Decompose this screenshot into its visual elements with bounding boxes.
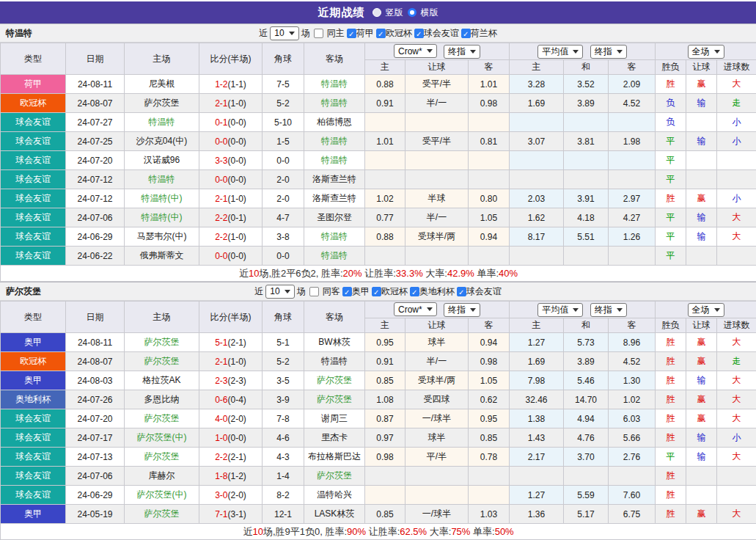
matches-table: 类型 日期 主场 比分(半场) 角球 客场 Crow* 终指 平均值 终指 全场 xyxy=(0,43,756,282)
result-handicap: 输 xyxy=(686,227,717,247)
avg-away-odds xyxy=(609,113,656,132)
result-wdl: 平 xyxy=(656,208,686,227)
horizontal-layout-radio[interactable] xyxy=(408,8,416,17)
league-badge: 球会友谊 xyxy=(1,170,66,189)
handicap-home-odds: 0.97 xyxy=(365,428,405,448)
handicap-away-odds: 0.80 xyxy=(469,189,510,208)
col-corner: 角球 xyxy=(263,43,304,75)
score: 3-0(2-0) xyxy=(199,486,263,505)
chevron-down-icon xyxy=(573,50,579,54)
halftime-score: (1-0) xyxy=(228,194,246,204)
avg-away-odds: 1.02 xyxy=(609,390,656,409)
match-count-select[interactable]: 10 xyxy=(265,285,294,299)
league-checkbox[interactable]: ✓ xyxy=(461,29,471,38)
vertical-layout-radio[interactable] xyxy=(373,8,381,17)
league-filter: ✓球会友谊 xyxy=(414,27,459,40)
odds-stage-select[interactable]: 终指 xyxy=(444,303,480,317)
score: 1-8(1-2) xyxy=(199,467,263,486)
match-row: 球会友谊24-06-22俄弗斯蒂文0-0(0-0)0-0特温特平 xyxy=(1,247,756,266)
result-wdl: 平 xyxy=(656,170,686,189)
score: 2-3(2-3) xyxy=(199,371,263,390)
handicap-line: 半球 xyxy=(405,189,469,208)
match-row: 球会友谊24-07-27特温特0-1(0-0)5-10柏德博恩负小 xyxy=(1,113,756,132)
chevron-down-icon xyxy=(470,50,476,54)
handicap-away-odds: 0.94 xyxy=(469,227,510,247)
summary-stat-value: 20% xyxy=(343,268,362,279)
match-date: 24-07-06 xyxy=(66,208,125,227)
summary-text-part: 大率: xyxy=(427,526,451,537)
away-team: 特温特 xyxy=(304,227,365,247)
halftime-score: (2-0) xyxy=(228,490,246,500)
col-result-goals: 进球数 xyxy=(717,318,756,333)
col-date: 日期 xyxy=(66,302,125,333)
league-checkbox[interactable]: ✓ xyxy=(342,287,352,296)
col-score: 比分(半场) xyxy=(199,302,263,333)
summary-text: 近10场,胜2平6负2, 胜率:20% 让胜率:33.3% 大率:42.9% 单… xyxy=(1,266,756,282)
col-avg-home: 主 xyxy=(510,318,564,333)
away-team: BW林茨 xyxy=(304,333,365,352)
league-badge: 球会友谊 xyxy=(1,428,66,448)
avg-stage-select[interactable]: 终指 xyxy=(590,303,627,317)
odds-company-select[interactable]: Crow* xyxy=(394,302,437,316)
halftime-score: (1-2) xyxy=(228,471,246,481)
league-checkbox[interactable]: ✓ xyxy=(414,29,424,38)
same-venue-checkbox[interactable] xyxy=(309,287,319,296)
avg-group-header: 平均值 终指 xyxy=(510,302,656,318)
fulltime-score: 0-6 xyxy=(215,395,227,405)
score: 1-0(0-0) xyxy=(199,428,263,448)
summary-stat-value: 90% xyxy=(347,526,366,537)
avg-home-odds: 1.27 xyxy=(510,486,564,505)
result-wdl: 胜 xyxy=(656,333,686,352)
handicap-line xyxy=(405,151,469,170)
scope-select[interactable]: 全场 xyxy=(688,45,724,59)
fulltime-score: 2-2 xyxy=(215,452,227,462)
avg-type-value: 平均值 xyxy=(542,45,568,58)
avg-draw-odds: 14.70 xyxy=(564,390,609,409)
avg-draw-odds: 3.70 xyxy=(564,448,609,467)
league-checkbox[interactable]: ✓ xyxy=(372,287,381,296)
league-checkbox[interactable]: ✓ xyxy=(410,287,419,296)
avg-draw-odds: 5.73 xyxy=(564,333,609,352)
filter-controls: 近 10 场 同主 ✓荷甲✓欧冠杯✓球会友谊✓荷兰杯 xyxy=(259,26,496,40)
away-team: 洛斯查兰特 xyxy=(304,170,365,189)
result-goals: 大 xyxy=(717,75,756,94)
league-badge: 荷甲 xyxy=(1,75,66,94)
fulltime-score: 0-1 xyxy=(215,117,227,128)
match-count-select[interactable]: 10 xyxy=(270,26,298,40)
odds-company-select[interactable]: Crow* xyxy=(394,44,437,58)
league-filter-group: ✓奥甲✓欧冠杯✓奥地利杯✓球会友谊 xyxy=(342,285,502,298)
result-wdl: 平 xyxy=(656,151,686,170)
same-venue-checkbox[interactable] xyxy=(314,29,323,38)
result-goals: 大 xyxy=(717,208,756,227)
summary-stat-value: 62.5% xyxy=(400,526,427,537)
home-team: 库赫尔 xyxy=(125,467,199,486)
handicap-line xyxy=(405,170,469,189)
odds-stage-select[interactable]: 终指 xyxy=(444,45,480,59)
result-wdl: 胜 xyxy=(656,467,686,486)
home-team: 萨尔茨堡 xyxy=(125,333,199,352)
result-handicap: 输 xyxy=(686,428,717,448)
handicap-home-odds xyxy=(365,170,405,189)
corner-score: 4-3 xyxy=(263,448,304,467)
match-date: 24-07-25 xyxy=(66,132,125,151)
match-row: 奥甲24-05-19萨尔茨堡7-1(3-1)12-1LASK林茨0.85一/球半… xyxy=(1,505,756,524)
halftime-score: (0-0) xyxy=(228,251,246,261)
scope-select[interactable]: 全场 xyxy=(688,303,724,317)
league-checkbox[interactable]: ✓ xyxy=(347,29,356,38)
league-checkbox[interactable]: ✓ xyxy=(376,29,386,38)
handicap-away-odds: 0.98 xyxy=(469,94,510,113)
scope-value: 全场 xyxy=(692,45,710,58)
avg-type-select[interactable]: 平均值 xyxy=(537,303,583,317)
league-badge: 欧冠杯 xyxy=(1,94,66,113)
league-checkbox[interactable]: ✓ xyxy=(457,287,466,296)
avg-stage-select[interactable]: 终指 xyxy=(590,45,627,59)
same-venue-label: 同客 xyxy=(323,285,340,298)
corner-score: 7-8 xyxy=(263,409,304,428)
home-team: 马瑟韦尔(中) xyxy=(125,227,199,247)
avg-draw-odds xyxy=(564,151,609,170)
summary-text-part: 让胜率: xyxy=(362,268,396,279)
odds-company-value: Crow* xyxy=(398,46,422,56)
avg-type-select[interactable]: 平均值 xyxy=(537,45,583,59)
away-team: 特温特 xyxy=(304,94,365,113)
col-result-handicap: 让球 xyxy=(686,60,717,75)
